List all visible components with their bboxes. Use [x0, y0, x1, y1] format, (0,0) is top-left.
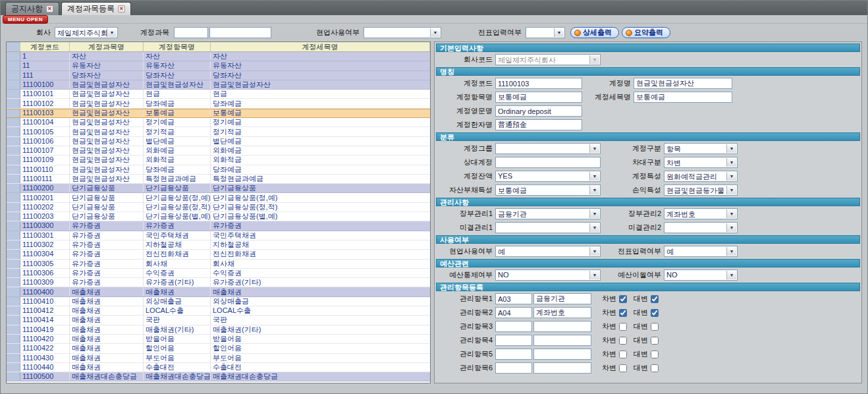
row-selector[interactable]: [7, 335, 20, 343]
account-code-field[interactable]: [495, 78, 582, 89]
row-selector[interactable]: [7, 118, 20, 127]
mgmt-item-code-input[interactable]: [495, 307, 532, 318]
mgmt-item-name-input[interactable]: [533, 293, 591, 304]
table-row[interactable]: 11100412매출채권LOCAL수출LOCAL수출: [7, 306, 430, 316]
credit-checkbox[interactable]: [651, 337, 659, 345]
debit-checkbox[interactable]: [619, 364, 627, 372]
table-row[interactable]: 11100105현금및현금성자산정기적금정기적금: [7, 127, 430, 136]
table-row[interactable]: 11100202단기금융상품단기금융상품(정,적)단기금융상품(정,적): [7, 203, 430, 212]
table-row[interactable]: 11100430매출채권부도어음부도어음: [7, 354, 430, 363]
table-row[interactable]: 11100306유가증권수익증권수익증권: [7, 269, 430, 278]
pending1-select[interactable]: ▼: [495, 222, 601, 233]
row-selector[interactable]: [7, 165, 20, 174]
row-selector[interactable]: [7, 137, 20, 146]
row-selector[interactable]: [7, 306, 20, 315]
credit-checkbox[interactable]: [651, 323, 659, 331]
row-selector[interactable]: [7, 109, 20, 117]
table-row[interactable]: 11100302유가증권지하철공채지하철공채: [7, 240, 430, 250]
credit-checkbox[interactable]: [651, 309, 659, 317]
row-selector[interactable]: [7, 146, 20, 155]
table-row[interactable]: 11100104현금및현금성자산정기예금정기예금: [7, 118, 430, 127]
row-selector[interactable]: [7, 184, 20, 192]
table-row[interactable]: 11100109현금및현금성자산외화적금외화적금: [7, 155, 430, 165]
table-row[interactable]: 11100420매출채권받을어음받을어음: [7, 335, 430, 344]
mgmt-item-name-input[interactable]: [533, 335, 591, 346]
account-division-select[interactable]: 항목 ▼: [664, 143, 738, 154]
credit-checkbox[interactable]: [651, 351, 659, 358]
mgmt-item-name-input[interactable]: [533, 321, 591, 332]
debit-checkbox[interactable]: [619, 337, 627, 345]
field-use-select[interactable]: 예 ▼: [495, 246, 601, 257]
table-row[interactable]: 11100440매출채권수출대전수출대전: [7, 363, 430, 372]
dc-division-select[interactable]: 차변 ▼: [664, 157, 738, 168]
slip-filter-select[interactable]: ▼: [526, 27, 565, 38]
credit-checkbox[interactable]: [651, 295, 659, 303]
table-row[interactable]: 11100414매출채권국판국판: [7, 316, 430, 325]
row-selector[interactable]: [7, 325, 20, 334]
table-row[interactable]: 11100201단기금융상품단기금융상품(정,예)단기금융상품(정,예): [7, 193, 430, 202]
table-row[interactable]: 11유동자산유동자산유동자산: [7, 61, 430, 70]
table-row[interactable]: 11100301유가증권국민주택채권국민주택채권: [7, 231, 430, 240]
mgmt-item-name-input[interactable]: [533, 349, 591, 360]
ledger1-select[interactable]: 금융기관 ▼: [495, 208, 601, 219]
table-row[interactable]: 11100400매출채권매출채권매출채권: [7, 287, 430, 296]
detail-print-button[interactable]: 상세출력: [570, 27, 619, 38]
table-row[interactable]: 11100422매출채권할인어음할인어음: [7, 344, 430, 353]
tab-account-registration[interactable]: 계정과목등록 ×: [61, 2, 131, 15]
row-selector[interactable]: [7, 344, 20, 352]
table-row[interactable]: 11100203단기금융상품단기금융상품(별,예)단기금융상품(별,예): [7, 212, 430, 221]
account-trait-select[interactable]: 원화예적금관리 ▼: [664, 171, 738, 182]
debit-checkbox[interactable]: [619, 295, 627, 303]
ledger2-select[interactable]: 계좌번호 ▼: [664, 208, 738, 219]
pl-trait-select[interactable]: 현금및현금등가물 ▼: [664, 184, 738, 196]
debit-checkbox[interactable]: [619, 323, 627, 331]
use-filter-select[interactable]: ▼: [364, 27, 441, 38]
row-selector[interactable]: [7, 363, 20, 372]
row-selector[interactable]: [7, 240, 20, 249]
account-name-field[interactable]: [634, 78, 732, 89]
row-selector[interactable]: [7, 269, 20, 277]
mgmt-item-code-input[interactable]: [495, 362, 532, 374]
table-row[interactable]: 111당좌자산당좌자산당좌자산: [7, 71, 430, 80]
row-selector[interactable]: [7, 90, 20, 98]
mgmt-item-name-input[interactable]: [533, 362, 591, 374]
credit-checkbox[interactable]: [651, 364, 659, 372]
table-row[interactable]: 11100309유가증권유가증권(기타)유가증권(기타): [7, 278, 430, 287]
company-code-select[interactable]: 제일제지주식회사 ▼: [495, 54, 601, 65]
row-selector[interactable]: [7, 221, 20, 230]
row-selector[interactable]: [7, 212, 20, 221]
table-row[interactable]: 11100304유가증권전신전화채권전신전화채권: [7, 250, 430, 259]
table-row[interactable]: 11100300유가증권유가증권유가증권: [7, 221, 430, 231]
table-row[interactable]: 11100410매출채권외상매출금외상매출금: [7, 297, 430, 306]
row-selector[interactable]: [7, 260, 20, 268]
table-row[interactable]: 11100419매출채권매출채권(기타)매출채권(기타): [7, 325, 430, 335]
close-icon[interactable]: ×: [118, 5, 125, 13]
row-selector[interactable]: [7, 99, 20, 107]
table-row[interactable]: 11100110현금및현금성자산당좌예금당좌예금: [7, 165, 430, 175]
row-selector[interactable]: [7, 80, 20, 89]
asset-trait-select[interactable]: 보통예금 ▼: [495, 184, 601, 196]
row-selector[interactable]: [7, 61, 20, 70]
row-selector[interactable]: [7, 193, 20, 202]
english-name-field[interactable]: [495, 105, 582, 117]
row-selector[interactable]: [7, 231, 20, 240]
mgmt-item-code-input[interactable]: [495, 349, 532, 360]
row-selector[interactable]: [7, 127, 20, 136]
table-row[interactable]: 1자산자산자산: [7, 52, 430, 61]
table-row[interactable]: 11100305유가증권회사채회사채: [7, 260, 430, 269]
table-row[interactable]: 11100101현금및현금성자산현금현금: [7, 90, 430, 99]
budget-control-select[interactable]: NO ▼: [495, 269, 601, 281]
mgmt-item-code-input[interactable]: [495, 321, 532, 332]
detail-name-field[interactable]: [634, 92, 732, 103]
account-code-input[interactable]: [174, 27, 208, 38]
row-selector[interactable]: [7, 203, 20, 211]
tab-notice[interactable]: 공지사항 ×: [5, 2, 59, 15]
row-selector[interactable]: [7, 297, 20, 306]
row-selector[interactable]: [7, 250, 20, 258]
debit-checkbox[interactable]: [619, 309, 627, 317]
account-group-select[interactable]: ▼: [495, 143, 601, 154]
mgmt-item-name-input[interactable]: [533, 307, 591, 318]
row-selector[interactable]: [7, 71, 20, 80]
row-selector[interactable]: [7, 175, 20, 183]
row-selector[interactable]: [7, 278, 20, 287]
